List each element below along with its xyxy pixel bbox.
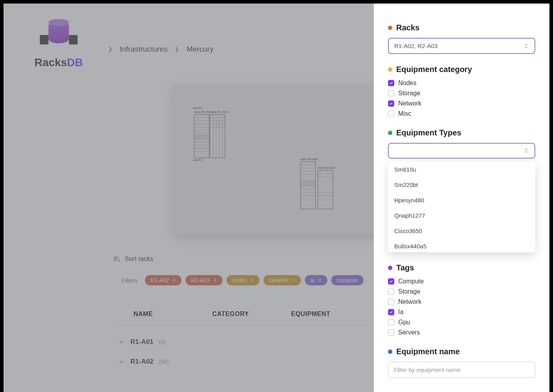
checkbox-network-tag[interactable]: Network	[388, 298, 535, 305]
dropdown-option[interactable]: Cisco3650	[388, 223, 535, 239]
dot-icon	[388, 266, 392, 270]
category-section: Equipment category Nodes Storage Network…	[388, 65, 535, 117]
checkbox-icon	[388, 100, 394, 107]
checkbox-storage-tag[interactable]: Storage	[388, 288, 535, 295]
dropdown-option[interactable]: Sm220bt	[388, 177, 535, 192]
checkbox-icon	[388, 299, 394, 305]
checkbox-compute[interactable]: Compute	[388, 278, 535, 285]
checkbox-icon	[388, 90, 394, 96]
types-select[interactable]	[388, 143, 535, 159]
checkbox-ia[interactable]: Ia	[388, 309, 535, 316]
dot-icon	[388, 26, 392, 30]
tags-section: Tags Compute Storage Network Ia Gpu Serv…	[388, 263, 535, 336]
checkbox-network[interactable]: Network	[388, 100, 535, 107]
dropdown-option[interactable]: Sm610u	[388, 162, 535, 177]
checkbox-icon	[388, 278, 394, 285]
checkbox-gpu[interactable]: Gpu	[388, 319, 535, 326]
dropdown-option[interactable]: Bullsx440a5	[388, 239, 535, 252]
racks-select[interactable]: R1-A02, R2-A03	[388, 38, 535, 54]
dot-icon	[388, 131, 392, 135]
chevron-updown-icon	[523, 148, 529, 153]
checkbox-icon	[388, 319, 394, 325]
types-dropdown: Sm610u Sm220bt Hpesyn480 Qnaph1277 Cisco…	[388, 162, 535, 252]
dot-icon	[388, 67, 392, 72]
types-section: Equipment Types Sm610u Sm220bt Hpesyn480…	[388, 128, 535, 252]
chevron-updown-icon	[523, 43, 529, 49]
checkbox-storage[interactable]: Storage	[388, 90, 535, 97]
checkbox-icon	[388, 329, 394, 336]
dot-icon	[388, 349, 392, 354]
checkbox-icon	[388, 80, 394, 86]
dropdown-option[interactable]: Qnaph1277	[388, 208, 535, 223]
checkbox-misc[interactable]: Misc	[388, 110, 535, 117]
name-section: Equipment name	[388, 347, 535, 378]
checkbox-nodes[interactable]: Nodes	[388, 80, 535, 87]
checkbox-icon	[388, 111, 394, 117]
checkbox-icon	[388, 309, 394, 315]
dropdown-option[interactable]: Hpesyn480	[388, 192, 535, 208]
racks-section: Racks R1-A02, R2-A03	[388, 23, 535, 54]
filter-panel: Racks R1-A02, R2-A03 Equipment category …	[374, 4, 549, 392]
checkbox-servers[interactable]: Servers	[388, 329, 535, 336]
equipment-name-input[interactable]	[388, 362, 535, 378]
checkbox-icon	[388, 288, 394, 295]
